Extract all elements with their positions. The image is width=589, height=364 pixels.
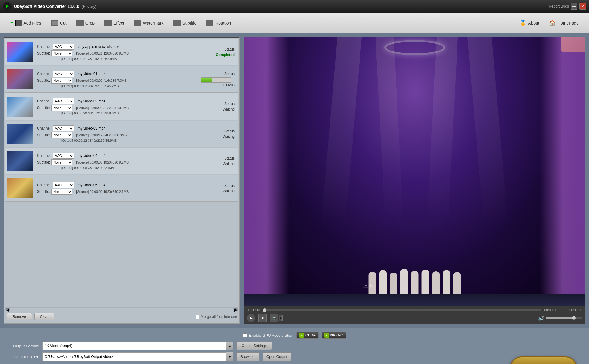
subtitle-label: Subtitle: — [37, 160, 50, 164]
file-thumbnail — [7, 124, 33, 144]
watermark-button[interactable]: Watermark — [130, 15, 168, 31]
minimize-button[interactable]: — — [571, 3, 577, 10]
channel-select[interactable]: AAC — [53, 71, 74, 77]
status-label: Status — [201, 47, 235, 51]
filename: my video-05.mp4 — [78, 183, 199, 187]
subtitle-select[interactable]: None — [51, 50, 72, 56]
play-logo-icon — [6, 5, 9, 8]
crop-icon — [76, 20, 84, 26]
volume-slider[interactable] — [546, 317, 582, 319]
output-folder-input[interactable] — [42, 352, 233, 361]
report-bugs-link[interactable]: Report Bugs — [549, 4, 569, 8]
screenshot-dropdown[interactable]: ▼ — [279, 315, 283, 321]
stage-curtain-right — [540, 37, 585, 306]
channel-select[interactable]: AAC — [53, 182, 74, 188]
cuda-badge: N CUDA — [296, 332, 319, 339]
performer — [400, 269, 408, 297]
screenshot-area: 📷 ▼ — [270, 314, 283, 322]
file-thumbnail — [7, 178, 33, 198]
output-info: [Output] 00:00:08 3840x2160 24MB — [37, 166, 199, 170]
channel-select[interactable]: AAC — [53, 98, 74, 104]
about-button[interactable]: 🏅 About — [515, 18, 544, 28]
performer — [390, 273, 397, 297]
stop-button-container: ⊘ Stop — [510, 356, 577, 364]
status-column: Status Waiting — [201, 184, 237, 193]
subtitle-select[interactable]: None — [51, 159, 72, 165]
light-beam-1 — [321, 37, 362, 226]
channel-label: Channel: — [37, 126, 52, 131]
performer — [443, 270, 450, 297]
stop-icon: ⊘ — [529, 363, 536, 364]
home-icon: 🏠 — [549, 20, 556, 26]
output-info: [Output] 00:05:20 3840x2160 958.6MB — [37, 111, 199, 115]
filename: my video-03.mp4 — [78, 126, 199, 131]
list-item: Channel: AAC play apple music ads.mp4 Su… — [5, 39, 238, 65]
status-value: Waiting — [201, 107, 235, 111]
channel-select[interactable]: AAC — [53, 125, 74, 131]
stop-button-large[interactable]: ⊘ Stop — [510, 356, 577, 364]
output-folder-label: Output Folder: — [6, 355, 39, 359]
output-format-dropdown[interactable]: ▲ — [226, 342, 233, 350]
clear-button[interactable]: Clear — [34, 313, 55, 320]
watermark-icon — [134, 20, 141, 26]
file-list-scroll[interactable]: Channel: AAC play apple music ads.mp4 Su… — [5, 39, 238, 307]
output-folder-dropdown[interactable]: ▼ — [226, 352, 233, 361]
output-settings-button[interactable]: Output Settings — [236, 342, 272, 350]
performer — [453, 272, 461, 297]
status-label: Status — [201, 72, 235, 76]
status-value: Completed — [201, 53, 235, 57]
filename: my video-01.mp4 — [78, 72, 199, 76]
close-button[interactable]: ✕ — [579, 3, 586, 10]
remove-button[interactable]: Remove — [7, 313, 32, 320]
screenshot-button[interactable]: 📷 — [270, 314, 278, 322]
performer — [411, 271, 418, 297]
channel-select[interactable]: AAC — [53, 153, 74, 159]
seek-thumb — [263, 308, 266, 312]
source-info: [Source] 00:03:02 416x236 7.3MB — [76, 79, 199, 82]
horizontal-scrollbar[interactable]: ◀ ▶ — [5, 307, 238, 311]
output-info: [Output] 00:00:21 3840x2160 62.9MB — [37, 57, 199, 61]
subtitle-select[interactable]: None — [51, 132, 72, 138]
status-column: Status Completed — [201, 47, 237, 57]
channel-select[interactable]: AAC — [53, 44, 74, 50]
progress-fill — [201, 78, 212, 82]
status-value: Waiting — [201, 162, 235, 166]
subtitle-label: Subtitle: — [37, 78, 50, 83]
stop-button[interactable]: ■ — [258, 314, 267, 322]
play-button[interactable]: ▶ — [247, 314, 255, 322]
ceiling-ring — [384, 40, 445, 55]
status-value: Waiting — [201, 134, 235, 139]
open-output-button[interactable]: Open Output — [263, 352, 291, 361]
cut-button[interactable]: Cut — [47, 15, 71, 31]
seek-bar[interactable] — [263, 309, 541, 311]
file-list-controls: Remove Clear Merge all files into one — [5, 311, 238, 322]
subtitle-select[interactable]: None — [51, 189, 72, 195]
svg-rect-5 — [104, 20, 112, 26]
rotation-button[interactable]: Rotation — [202, 15, 235, 31]
effect-button[interactable]: Effect — [100, 15, 129, 31]
output-format-input[interactable] — [42, 342, 233, 350]
channel-label: Channel: — [37, 99, 52, 103]
output-info: [Output] 00:03:02 3840x2160 545.2MB — [37, 84, 199, 88]
add-files-button[interactable]: + Add Files — [6, 15, 45, 31]
video-preview: 소녀 — [244, 37, 585, 306]
file-thumbnail — [7, 69, 33, 89]
scroll-left-arrow[interactable]: ◀ — [6, 308, 10, 311]
nvidia-logo: N — [299, 333, 304, 338]
merge-checkbox[interactable] — [196, 315, 199, 319]
scroll-right-arrow[interactable]: ▶ — [234, 308, 238, 311]
homepage-button[interactable]: 🏠 HomePage — [545, 18, 583, 28]
crop-button[interactable]: Crop — [72, 15, 99, 31]
browse-button[interactable]: Browse... — [236, 352, 259, 361]
status-column: Status Waiting — [201, 102, 237, 111]
subtitle-select[interactable]: None — [51, 78, 72, 84]
subtitle-select[interactable]: None — [51, 105, 72, 111]
output-format-label: Output Format: — [6, 344, 39, 348]
subtitle-button[interactable]: Subtitle — [169, 15, 201, 31]
volume-area: 🔊 — [538, 315, 582, 321]
file-list-panel: Channel: AAC play apple music ads.mp4 Su… — [4, 37, 240, 324]
time-mid: 00:00:00 — [544, 308, 557, 312]
source-info: [Source] 00:00:02 1920x650 2.1MB — [76, 190, 199, 194]
gpu-checkbox[interactable] — [243, 333, 247, 337]
light-beam-4 — [467, 37, 508, 226]
